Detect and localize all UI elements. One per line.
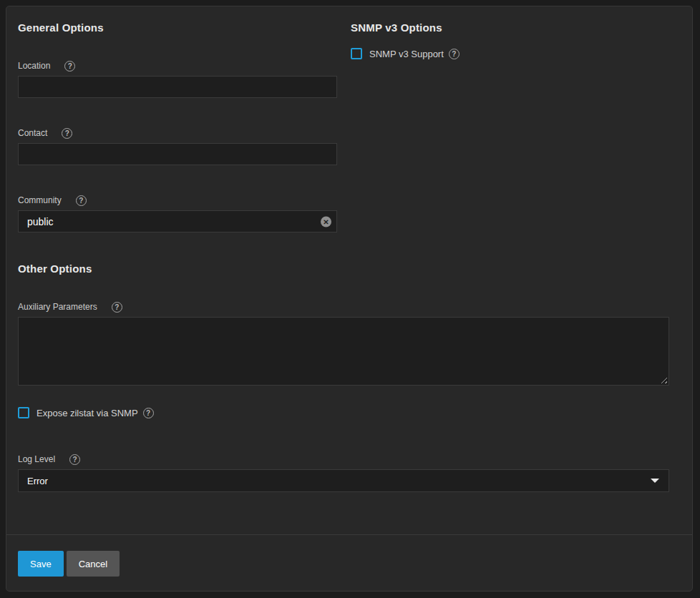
- save-button[interactable]: Save: [18, 551, 64, 577]
- auxiliary-parameters-textarea[interactable]: [18, 317, 669, 386]
- location-field: Location ?: [18, 60, 337, 98]
- snmp-config-card: General Options Location ? Contact ?: [6, 6, 693, 592]
- snmp-v3-options-section: SNMP v3 Options SNMP v3 Support ?: [351, 21, 681, 262]
- top-columns: General Options Location ? Contact ?: [18, 21, 681, 262]
- contact-label: Contact: [18, 128, 47, 138]
- help-icon[interactable]: ?: [62, 128, 72, 139]
- expose-zilstat-label: Expose zilstat via SNMP: [37, 408, 138, 418]
- form-content: General Options Location ? Contact ?: [6, 6, 692, 492]
- help-icon[interactable]: ?: [112, 302, 122, 313]
- log-level-field: Log Level ? Error: [18, 454, 681, 492]
- chevron-down-icon: [651, 479, 659, 483]
- log-level-select[interactable]: Error: [18, 469, 669, 492]
- help-icon[interactable]: ?: [76, 195, 87, 206]
- general-options-section: General Options Location ? Contact ?: [18, 21, 337, 262]
- other-options-title: Other Options: [18, 262, 681, 276]
- expose-zilstat-row: Expose zilstat via SNMP ?: [18, 407, 681, 418]
- cancel-button[interactable]: Cancel: [67, 551, 120, 577]
- auxiliary-parameters-field: Auxiliary Parameters ?: [18, 301, 681, 386]
- snmp-v3-options-title: SNMP v3 Options: [351, 21, 681, 35]
- snmp-v3-support-row: SNMP v3 Support ?: [351, 48, 681, 59]
- snmp-v3-support-checkbox[interactable]: [351, 48, 362, 59]
- general-options-title: General Options: [18, 21, 337, 35]
- community-input[interactable]: [18, 210, 337, 232]
- location-input[interactable]: [18, 76, 337, 98]
- community-label: Community: [18, 195, 62, 205]
- log-level-selected-value: Error: [27, 476, 48, 486]
- community-field: Community ? ✕: [18, 195, 337, 232]
- clear-input-icon[interactable]: ✕: [321, 216, 331, 227]
- snmp-v3-support-label: SNMP v3 Support: [369, 49, 444, 59]
- log-level-label: Log Level: [18, 454, 55, 464]
- contact-input[interactable]: [18, 143, 337, 165]
- help-icon[interactable]: ?: [143, 408, 154, 418]
- expose-zilstat-checkbox[interactable]: [18, 407, 29, 418]
- help-icon[interactable]: ?: [449, 49, 460, 59]
- auxiliary-parameters-label: Auxiliary Parameters: [18, 302, 97, 312]
- other-options-section: Other Options Auxiliary Parameters ? Exp…: [18, 262, 681, 492]
- location-label: Location: [18, 61, 50, 71]
- contact-field: Contact ?: [18, 127, 337, 165]
- help-icon[interactable]: ?: [64, 61, 75, 72]
- help-icon[interactable]: ?: [69, 454, 80, 465]
- form-actions: Save Cancel: [6, 535, 692, 589]
